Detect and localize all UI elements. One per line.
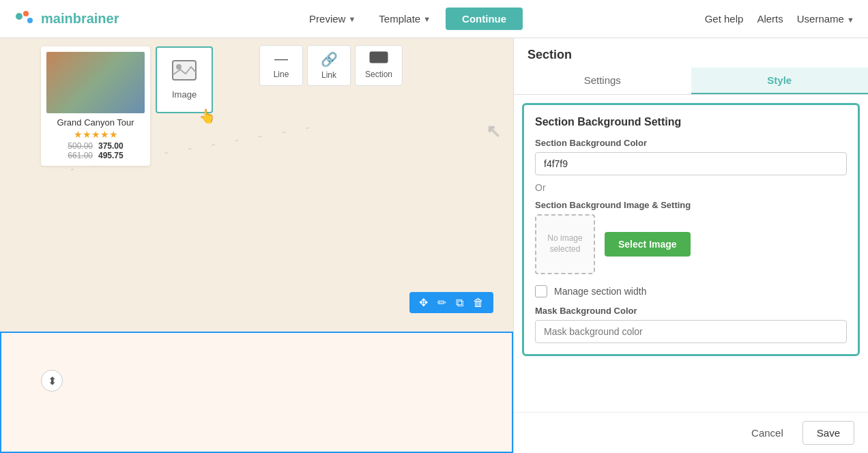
section-icon bbox=[369, 51, 388, 67]
template-chevron-icon: ▼ bbox=[423, 15, 431, 23]
toolbar-link-label: Link bbox=[321, 70, 336, 80]
image-component[interactable]: Image 👆 bbox=[156, 46, 213, 113]
link-icon: 🔗 bbox=[321, 51, 338, 68]
image-selector-row: No image selected Select Image bbox=[535, 214, 847, 274]
bg-image-label: Section Background Image & Setting bbox=[535, 200, 847, 210]
section-title: Section bbox=[514, 38, 868, 62]
mask-color-label: Mask Background Color bbox=[535, 306, 847, 316]
section-selection-toolbar: ✥ ✏ ⧉ 🗑 bbox=[409, 292, 493, 313]
select-image-button[interactable]: Select Image bbox=[605, 232, 691, 257]
product-stars: ★★★★★ bbox=[46, 129, 145, 140]
tabs: Settings Style bbox=[514, 68, 868, 95]
continue-button[interactable]: Continue bbox=[446, 8, 523, 30]
price-new: 375.00 bbox=[98, 141, 124, 151]
get-help-button[interactable]: Get help bbox=[705, 13, 744, 25]
svg-point-1 bbox=[23, 11, 29, 16]
image-component-label: Image bbox=[172, 89, 197, 100]
template-button[interactable]: Template ▼ bbox=[371, 9, 439, 29]
settings-panel: Section Background Setting Section Backg… bbox=[522, 103, 860, 356]
header-nav: Preview ▼ Template ▼ Continue bbox=[301, 8, 523, 30]
copy-section-button[interactable]: ⧉ bbox=[452, 295, 467, 310]
move-section-button[interactable]: ✥ bbox=[415, 295, 432, 310]
preview-button[interactable]: Preview ▼ bbox=[301, 9, 364, 29]
svg-rect-5 bbox=[370, 52, 388, 63]
manage-width-label: Manage section width bbox=[554, 286, 646, 297]
manage-width-row: Manage section width bbox=[535, 285, 847, 297]
delete-section-button[interactable]: 🗑 bbox=[469, 295, 488, 310]
cancel-button[interactable]: Cancel bbox=[740, 421, 794, 445]
preview-chevron-icon: ▼ bbox=[348, 15, 356, 23]
cursor-icon: 👆 bbox=[199, 108, 216, 124]
mask-color-field: Mask Background Color bbox=[535, 306, 847, 343]
toolbar-section[interactable]: Section bbox=[355, 45, 403, 86]
tab-settings[interactable]: Settings bbox=[514, 68, 691, 94]
tab-style[interactable]: Style bbox=[691, 68, 869, 94]
product-prices-2: 661.00 495.75 bbox=[46, 151, 145, 160]
toolbar-link[interactable]: 🔗 Link bbox=[307, 45, 351, 86]
logo-icon bbox=[14, 8, 35, 30]
svg-rect-3 bbox=[173, 61, 196, 80]
username-chevron-icon: ▼ bbox=[847, 16, 854, 24]
edit-section-button[interactable]: ✏ bbox=[433, 295, 450, 310]
bg-color-label: Section Background Color bbox=[535, 138, 847, 148]
toolbar-section-label: Section bbox=[365, 70, 392, 79]
canvas-toolbar: — Line 🔗 Link Section bbox=[259, 45, 403, 86]
save-button[interactable]: Save bbox=[802, 421, 854, 445]
product-image bbox=[46, 52, 145, 113]
logo-text: mainbrainer bbox=[41, 11, 119, 27]
alerts-button[interactable]: Alerts bbox=[757, 13, 783, 25]
toolbar-line-label: Line bbox=[274, 70, 289, 79]
or-divider: Or bbox=[535, 182, 847, 193]
main-content: - - - - - - - - - - - Grand Canyon Tour … bbox=[0, 38, 868, 453]
svg-point-0 bbox=[16, 13, 23, 20]
right-panel: Section Settings Style ↖ Section Backgro… bbox=[513, 38, 868, 453]
product-card: Grand Canyon Tour ★★★★★ 500.00 375.00 66… bbox=[41, 46, 150, 166]
header-right: Get help Alerts Username ▼ bbox=[705, 13, 854, 25]
selected-section[interactable] bbox=[0, 332, 513, 453]
header: mainbrainer Preview ▼ Template ▼ Continu… bbox=[0, 0, 868, 38]
price-old: 500.00 bbox=[68, 141, 93, 151]
no-image-placeholder: No image selected bbox=[535, 214, 595, 274]
header-left: mainbrainer bbox=[14, 8, 119, 30]
resize-handle[interactable]: ⬍ bbox=[41, 370, 63, 392]
product-prices: 500.00 375.00 bbox=[46, 141, 145, 151]
mask-color-input[interactable] bbox=[535, 320, 847, 343]
svg-point-4 bbox=[176, 64, 182, 70]
price-old-2: 661.00 bbox=[68, 151, 93, 160]
line-icon: — bbox=[274, 51, 288, 67]
bg-color-input[interactable] bbox=[535, 152, 847, 175]
toolbar-line[interactable]: — Line bbox=[259, 45, 303, 86]
price-new-2: 495.75 bbox=[98, 151, 124, 160]
product-name: Grand Canyon Tour bbox=[46, 117, 145, 128]
image-icon bbox=[172, 60, 197, 85]
username-button[interactable]: Username ▼ bbox=[797, 13, 854, 25]
logo: mainbrainer bbox=[14, 8, 119, 30]
panel-footer: Cancel Save bbox=[514, 412, 868, 453]
settings-block-title: Section Background Setting bbox=[535, 116, 847, 128]
canvas-area[interactable]: - - - - - - - - - - - Grand Canyon Tour … bbox=[0, 38, 513, 453]
svg-point-2 bbox=[27, 18, 33, 23]
manage-width-checkbox[interactable] bbox=[535, 285, 547, 297]
